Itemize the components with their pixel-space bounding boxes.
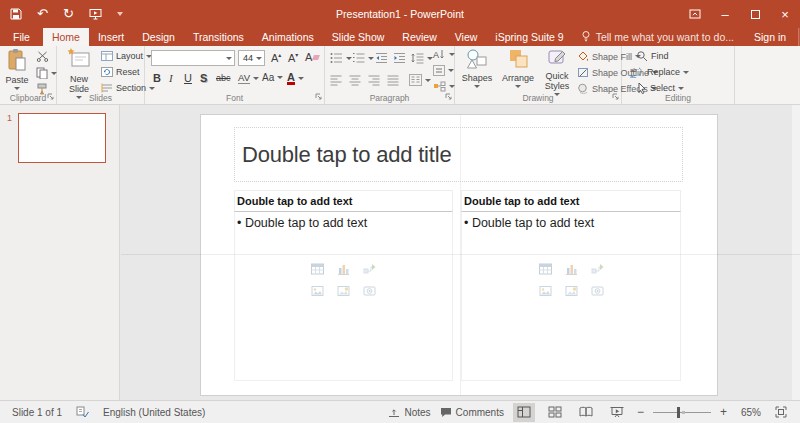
arrange-button[interactable]: Arrange: [498, 48, 538, 88]
fit-slide-icon[interactable]: [770, 403, 792, 422]
numbering-icon[interactable]: [352, 52, 374, 64]
notes-button[interactable]: Notes: [388, 407, 430, 418]
bullets-icon[interactable]: [330, 52, 352, 64]
underline-button[interactable]: U: [184, 72, 192, 84]
clear-formatting-button[interactable]: A: [305, 51, 319, 63]
tab-home[interactable]: Home: [43, 28, 89, 46]
insert-table-icon[interactable]: [538, 262, 552, 275]
slide-thumbnail[interactable]: [18, 113, 106, 163]
tab-view[interactable]: View: [446, 28, 487, 46]
text-direction-icon[interactable]: A: [433, 49, 455, 60]
font-size-combobox[interactable]: 44: [238, 50, 265, 66]
text-placeholder-header-right[interactable]: Double tap to add text: [461, 190, 681, 212]
spell-check-icon[interactable]: [76, 406, 89, 418]
zoom-level[interactable]: 65%: [736, 407, 761, 418]
tab-animations[interactable]: Animations: [253, 28, 323, 46]
insert-table-icon[interactable]: [311, 262, 325, 275]
align-center-icon[interactable]: [349, 74, 361, 87]
ribbon-group-clipboard: Paste Clipboard: [0, 46, 57, 104]
strikethrough-button[interactable]: abc: [216, 73, 231, 83]
increase-indent-icon[interactable]: [393, 52, 406, 64]
ribbon-group-editing: Find abac Replace Select Editing: [622, 46, 735, 104]
svg-text:A: A: [433, 50, 439, 60]
online-pictures-icon[interactable]: [337, 284, 351, 297]
paste-button[interactable]: Paste: [3, 48, 31, 90]
font-dialog-launcher[interactable]: [315, 92, 322, 102]
close-icon[interactable]: ×: [770, 0, 800, 28]
sign-in-button[interactable]: Sign in: [742, 28, 798, 46]
text-placeholder-header-left[interactable]: Double tap to add text: [234, 190, 453, 212]
change-case-button[interactable]: Aa: [262, 72, 283, 83]
copy-button[interactable]: [36, 67, 57, 79]
line-spacing-icon[interactable]: [411, 52, 433, 64]
reading-view-icon[interactable]: [575, 403, 597, 422]
quick-styles-icon: [547, 48, 568, 69]
insert-smartart-icon[interactable]: [363, 262, 377, 275]
insert-video-icon[interactable]: [590, 284, 604, 297]
paragraph-dialog-launcher[interactable]: [445, 92, 452, 102]
zoom-in-button[interactable]: +: [720, 405, 727, 419]
ribbon-display-options-icon[interactable]: [680, 0, 710, 28]
align-right-icon[interactable]: [368, 74, 380, 87]
insert-video-icon[interactable]: [363, 284, 377, 297]
online-pictures-icon[interactable]: [564, 284, 578, 297]
content-placeholder-left[interactable]: • Double tap to add text: [234, 212, 453, 381]
reset-button[interactable]: Reset: [101, 67, 140, 77]
insert-smartart-icon[interactable]: [590, 262, 604, 275]
title-placeholder[interactable]: Double tap to add title: [234, 127, 683, 182]
find-button[interactable]: Find: [636, 50, 669, 62]
slide-sorter-icon[interactable]: [544, 403, 566, 422]
ribbon-tab-row: File Home Insert Design Transitions Anim…: [0, 28, 800, 46]
cut-button[interactable]: [36, 51, 49, 62]
zoom-slider[interactable]: [653, 412, 711, 413]
shapes-button[interactable]: Shapes: [458, 48, 496, 88]
minimize-icon[interactable]: –: [710, 0, 740, 28]
font-color-button[interactable]: A: [287, 72, 304, 85]
bold-button[interactable]: B: [153, 72, 161, 84]
vertical-scrollbar[interactable]: [792, 105, 800, 400]
comments-button[interactable]: Comments: [440, 407, 504, 418]
replace-button[interactable]: abac Replace: [630, 66, 689, 78]
tab-insert[interactable]: Insert: [89, 28, 133, 46]
tab-file[interactable]: File: [0, 28, 43, 46]
slideshow-icon[interactable]: [606, 403, 628, 422]
tab-design[interactable]: Design: [133, 28, 184, 46]
restore-icon[interactable]: [740, 0, 770, 28]
normal-view-icon[interactable]: [513, 403, 535, 422]
tab-review[interactable]: Review: [393, 28, 445, 46]
zoom-out-button[interactable]: −: [637, 405, 644, 419]
align-left-icon[interactable]: [330, 74, 342, 87]
tab-ispring-suite-9[interactable]: iSpring Suite 9: [486, 28, 572, 46]
insert-chart-icon[interactable]: [564, 262, 578, 275]
lightbulb-icon: [581, 30, 591, 45]
insert-picture-icon[interactable]: [538, 284, 552, 297]
zoom-slider-handle[interactable]: [677, 407, 680, 418]
character-spacing-button[interactable]: AV: [238, 72, 259, 84]
shrink-font-button[interactable]: A: [288, 51, 298, 64]
notes-label: Notes: [404, 407, 430, 418]
tell-me-box[interactable]: Tell me what you want to do...: [573, 28, 742, 46]
grow-font-button[interactable]: A: [271, 51, 281, 64]
insert-chart-icon[interactable]: [337, 262, 351, 275]
insert-picture-icon[interactable]: [311, 284, 325, 297]
decrease-indent-icon[interactable]: [375, 52, 388, 64]
font-name-combobox[interactable]: [151, 50, 235, 66]
slide-canvas[interactable]: Double tap to add title Double tap to ad…: [200, 114, 718, 396]
reset-label: Reset: [116, 67, 140, 77]
content-placeholder-right[interactable]: • Double tap to add text: [461, 212, 681, 381]
quick-styles-button[interactable]: Quick Styles: [540, 48, 574, 96]
justify-icon[interactable]: [387, 74, 399, 87]
bullet-line: • Double tap to add text: [235, 212, 452, 230]
clipboard-dialog-launcher[interactable]: [47, 92, 54, 102]
text-shadow-button[interactable]: S: [200, 72, 207, 84]
slide-counter: Slide 1 of 1: [12, 407, 62, 418]
new-slide-button[interactable]: New Slide: [61, 48, 97, 99]
italic-button[interactable]: I: [169, 72, 173, 84]
tab-transitions[interactable]: Transitions: [184, 28, 253, 46]
drawing-dialog-launcher[interactable]: [612, 92, 619, 102]
tab-slide-show[interactable]: Slide Show: [323, 28, 394, 46]
align-text-icon[interactable]: [433, 65, 454, 76]
columns-icon[interactable]: [409, 74, 431, 86]
language-indicator[interactable]: English (United States): [103, 407, 205, 418]
convert-smartart-icon[interactable]: [433, 81, 455, 92]
